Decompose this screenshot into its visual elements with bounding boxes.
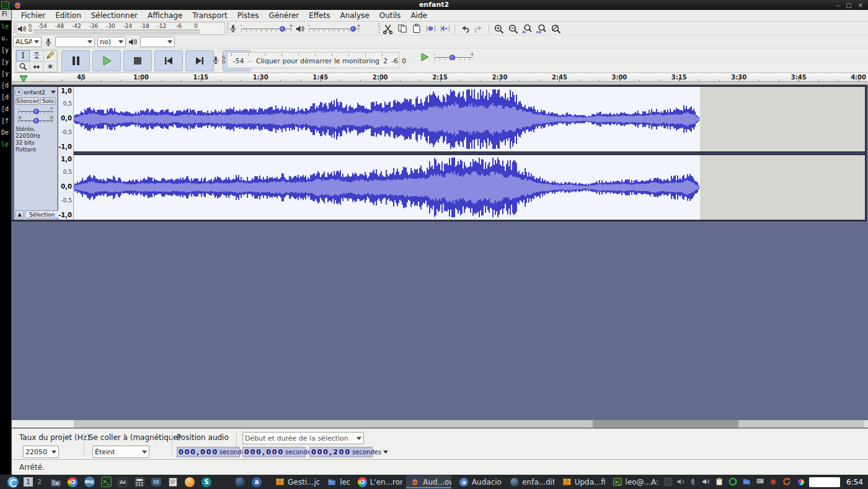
menu-selectionner[interactable]: Sélectionner [87,11,142,20]
menu-pistes[interactable]: Pistes [233,11,264,20]
collapse-track-button[interactable]: ▲ [16,210,24,218]
tray-bluetooth-icon[interactable] [690,477,698,487]
launcher-files-icon[interactable] [50,477,61,488]
snap-to-select[interactable]: Éteint [92,446,149,458]
launcher-amarok-icon[interactable]: a [251,477,262,488]
taskbar-window-lenrome[interactable]: L'en...rome [353,475,403,488]
pause-button[interactable] [61,50,90,71]
tray-leaf-icon[interactable] [769,478,778,487]
zoom-in-button[interactable] [492,23,505,35]
selection-tool[interactable]: I [16,50,30,61]
recording-channels-select[interactable]: no) [97,37,126,47]
launcher-musescore-icon[interactable]: mu [84,477,95,488]
tray-vol-muted-icon[interactable] [676,478,686,487]
multi-tool[interactable]: * [43,61,57,73]
output-volume-slider[interactable]: -+ [308,24,361,33]
workspace-2[interactable]: 2 [35,477,44,487]
paste-button[interactable] [410,23,423,35]
zoom-tool[interactable] [16,61,30,73]
minimize-icon[interactable]: – [836,2,839,9]
horizontal-scrollbar[interactable] [12,419,868,428]
background-terminal-window[interactable]: Fi leu.[y[y[y[d[d[d[fDele [0,10,11,475]
envelope-tool[interactable] [30,50,43,61]
taskbar-window-audacious[interactable]: aAudacious [455,475,502,488]
tray-vol-icon[interactable] [702,478,711,487]
launcher-moon-icon[interactable] [218,477,229,488]
play-button[interactable] [92,50,121,71]
stop-button[interactable] [123,50,152,71]
audio-position-field[interactable]: 000,000secondes [177,447,240,457]
monitoring-message[interactable]: Cliquer pour démarrer le monitoring [256,57,379,65]
launcher-notes-icon[interactable] [167,477,179,488]
taskbar-window-enfaditor[interactable]: enfa...ditor [505,475,554,488]
recording-device-select[interactable] [55,37,95,47]
zoom-selection-button[interactable] [521,23,534,35]
launcher-java-icon[interactable] [184,477,195,488]
tray-panel-icon[interactable] [756,478,765,486]
zoom-out-button[interactable] [507,23,520,35]
taskbar-window-audows[interactable]: Aud...ows [406,475,451,488]
trim-button[interactable] [424,23,437,35]
selection-button[interactable]: Sélection [25,210,59,218]
pan-slider[interactable]: G D [17,115,55,123]
launcher-calculator-icon[interactable] [134,477,145,488]
redo-button[interactable] [472,23,485,35]
menu-analyse[interactable]: Analyse [335,11,373,20]
hscroll-thumb[interactable] [593,420,738,428]
vertical-scale-ruler[interactable]: 1,00,50,0-0,5-1,0 1,00,50,0-0,5-1,0 [58,87,74,220]
taskbar-window-gestijour[interactable]: Gesti...jour [271,475,319,488]
launcher-teal-icon[interactable]: S [201,477,212,488]
zoom-project-button[interactable] [535,23,548,35]
menu-affichage[interactable]: Affichage [143,11,187,20]
play-at-speed-button[interactable] [420,52,430,62]
menu-effets[interactable]: Effets [304,11,334,20]
color-wheel-icon[interactable] [798,479,804,485]
gain-slider[interactable]: - + [17,106,55,114]
launcher-terminal-icon[interactable]: >_ [100,477,112,488]
maximize-icon[interactable]: □ [846,2,851,9]
menu-outils[interactable]: Outils [375,11,405,20]
cut-button[interactable] [381,23,394,35]
draw-tool[interactable] [43,50,57,61]
close-icon[interactable]: × [858,2,863,9]
input-volume-thumb[interactable] [280,26,285,32]
toolbar-grip[interactable] [378,23,381,34]
tray-clipboard-icon[interactable] [715,477,724,487]
recording-meter[interactable]: GD -54 -· Cliquer pour démarrer le monit… [211,51,416,70]
menu-aide[interactable]: Aide [406,11,432,20]
copy-button[interactable] [396,23,409,35]
playback-meter[interactable]: GD -54-48-42-36-30-24-18-12-60 [17,22,225,35]
input-volume-slider[interactable]: -+ [240,24,293,33]
skip-end-button[interactable] [185,50,214,71]
selection-start-field[interactable]: 000,000secondes [242,447,306,457]
menu-transport[interactable]: Transport [188,11,231,20]
audio-host-select[interactable]: ALSA [13,37,42,47]
menu-fichier[interactable]: Fichier [17,11,50,20]
undo-button[interactable] [458,23,471,35]
taskbar-window-leo[interactable]: leo [323,475,350,488]
playback-speed-slider[interactable]: -+ [433,53,474,61]
launcher-web-icon[interactable] [234,477,246,488]
menu-edition[interactable]: Édition [51,11,86,20]
tray-ring-icon[interactable] [728,477,738,487]
solo-button[interactable]: Solo [40,97,56,105]
timeshift-tool[interactable]: ↔ [30,61,43,73]
speed-thumb[interactable] [450,55,455,60]
taskbar-window-updafier[interactable]: Upda...fier [558,475,605,488]
skip-start-button[interactable] [154,50,183,71]
launcher-display-icon[interactable] [151,477,162,488]
output-volume-thumb[interactable] [350,26,356,32]
applications-menu-icon[interactable] [7,477,19,488]
launcher-chrome-icon[interactable] [67,477,78,488]
taskbar-window-leoa[interactable]: >_leo@...A: ~ [609,475,658,488]
workspace-switcher[interactable]: 1 2 [24,477,44,487]
timeline-ruler[interactable]: 451:001:151:301:452:002:152:302:453:003:… [12,73,868,85]
zoom-toggle-button[interactable] [549,23,562,35]
tray-dim-icon[interactable] [664,478,672,486]
project-rate-select[interactable]: 22050 [23,446,59,458]
tray-folder-tray-icon[interactable] [742,478,751,486]
silence-button[interactable] [438,23,451,35]
selection-duration-field[interactable]: 000,200secondes [309,447,373,457]
mute-button[interactable]: Silencer [16,97,39,105]
tray-refresh-icon[interactable] [782,477,792,487]
